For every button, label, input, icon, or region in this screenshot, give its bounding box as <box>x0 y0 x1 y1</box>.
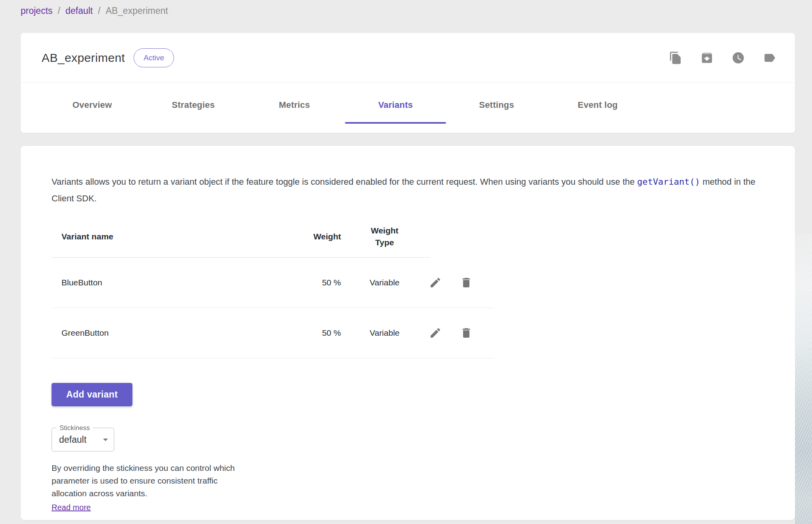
variants-table: Variant name Weight Weight Type BlueButt… <box>52 216 771 358</box>
feature-header-card: AB_experiment Active Overview Strategies… <box>21 33 795 133</box>
variant-weight: 50 % <box>272 328 341 338</box>
breadcrumb-link-projects[interactable]: projects <box>21 6 53 16</box>
stickiness-select-value: default <box>59 434 86 445</box>
tab-bar: Overview Strategies Metrics Variants Set… <box>21 83 795 132</box>
breadcrumb-link-default[interactable]: default <box>65 6 93 16</box>
description-text: Variants allows you to return a variant … <box>52 177 637 187</box>
tab-metrics[interactable]: Metrics <box>244 83 345 132</box>
header-action-icons <box>668 51 777 65</box>
stickiness-select-label: Stickiness <box>57 424 93 432</box>
tab-strategies[interactable]: Strategies <box>143 83 244 132</box>
variant-name: BlueButton <box>52 278 272 287</box>
page-title: AB_experiment <box>42 51 125 65</box>
tab-event-log[interactable]: Event log <box>547 83 648 132</box>
breadcrumb: projects / default / AB_experiment <box>21 6 168 16</box>
column-header-weight-type: Weight Type <box>368 225 401 249</box>
column-header-weight: Weight <box>272 232 341 241</box>
column-header-variant-name: Variant name <box>52 232 272 241</box>
add-variant-button[interactable]: Add variant <box>52 383 132 406</box>
delete-variant-button[interactable] <box>460 276 473 289</box>
edit-variant-button[interactable] <box>429 327 442 339</box>
variant-name: GreenButton <box>52 328 272 338</box>
variant-weight: 50 % <box>272 278 341 287</box>
read-more-link[interactable]: Read more <box>52 503 91 512</box>
edit-variant-button[interactable] <box>429 276 442 289</box>
variants-table-header: Variant name Weight Weight Type <box>52 216 430 258</box>
tab-variants[interactable]: Variants <box>345 83 446 132</box>
breadcrumb-separator: / <box>58 6 60 16</box>
variant-weight-type: Variable <box>341 328 428 338</box>
variants-description: Variants allows you to return a variant … <box>52 174 761 207</box>
archive-icon[interactable] <box>700 51 714 65</box>
variant-weight-type: Variable <box>341 278 428 287</box>
table-row: BlueButton 50 % Variable <box>52 258 494 308</box>
get-variant-code: getVariant() <box>637 177 700 187</box>
variant-actions <box>428 276 492 289</box>
background-texture <box>795 234 812 524</box>
delete-variant-button[interactable] <box>460 327 473 339</box>
stickiness-select[interactable]: Stickiness default <box>52 428 114 451</box>
breadcrumb-current: AB_experiment <box>105 6 168 16</box>
copy-icon[interactable] <box>668 51 683 65</box>
feature-header-row: AB_experiment Active <box>21 33 795 83</box>
history-icon[interactable] <box>731 51 745 65</box>
tab-settings[interactable]: Settings <box>446 83 547 132</box>
breadcrumb-separator: / <box>98 6 100 16</box>
tab-overview[interactable]: Overview <box>42 83 143 132</box>
variant-actions <box>428 327 492 339</box>
stickiness-help-text: By overriding the stickiness you can con… <box>52 462 254 500</box>
table-row: GreenButton 50 % Variable <box>52 308 494 358</box>
variants-panel: Variants allows you to return a variant … <box>21 146 795 520</box>
tag-icon[interactable] <box>762 51 777 65</box>
chevron-down-icon <box>100 434 111 446</box>
status-badge: Active <box>134 48 174 67</box>
